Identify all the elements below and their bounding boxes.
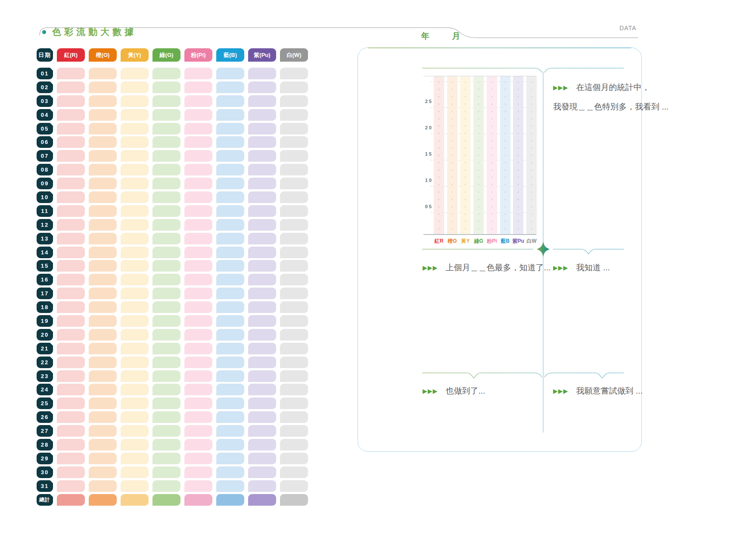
tally-cell-orange[interactable] bbox=[89, 384, 117, 395]
tally-cell-pink[interactable] bbox=[184, 288, 212, 299]
tally-cell-yellow[interactable] bbox=[121, 136, 149, 148]
tally-cell-green[interactable] bbox=[152, 178, 180, 189]
tally-cell-red[interactable] bbox=[57, 439, 85, 451]
tally-cell-orange[interactable] bbox=[89, 329, 117, 341]
tally-cell-purple[interactable] bbox=[248, 466, 276, 478]
tally-cell-yellow[interactable] bbox=[121, 425, 149, 437]
tally-cell-pink[interactable] bbox=[184, 480, 212, 492]
tally-cell-yellow[interactable] bbox=[121, 329, 149, 341]
tally-cell-purple[interactable] bbox=[248, 397, 276, 409]
tally-cell-red[interactable] bbox=[57, 357, 85, 368]
tally-cell-purple[interactable] bbox=[248, 81, 276, 93]
tally-cell-green[interactable] bbox=[152, 247, 180, 258]
tally-cell-green[interactable] bbox=[152, 301, 180, 313]
tally-cell-green[interactable] bbox=[152, 466, 180, 478]
tally-cell-blue[interactable] bbox=[216, 233, 244, 244]
tally-cell-orange[interactable] bbox=[89, 68, 117, 79]
tally-cell-orange[interactable] bbox=[89, 136, 117, 148]
tally-cell-purple[interactable] bbox=[248, 109, 276, 121]
tally-cell-white[interactable] bbox=[280, 315, 308, 327]
tally-cell-white[interactable] bbox=[280, 274, 308, 285]
tally-cell-yellow[interactable] bbox=[121, 95, 149, 107]
total-cell-orange[interactable] bbox=[89, 494, 117, 506]
tally-cell-green[interactable] bbox=[152, 453, 180, 464]
tally-cell-green[interactable] bbox=[152, 357, 180, 368]
tally-cell-blue[interactable] bbox=[216, 136, 244, 148]
tally-cell-white[interactable] bbox=[280, 453, 308, 464]
tally-cell-green[interactable] bbox=[152, 150, 180, 162]
tally-cell-pink[interactable] bbox=[184, 357, 212, 368]
tally-cell-green[interactable] bbox=[152, 136, 180, 148]
tally-cell-orange[interactable] bbox=[89, 439, 117, 451]
tally-cell-pink[interactable] bbox=[184, 260, 212, 272]
tally-cell-blue[interactable] bbox=[216, 425, 244, 437]
tally-cell-green[interactable] bbox=[152, 411, 180, 423]
tally-cell-red[interactable] bbox=[57, 288, 85, 299]
tally-cell-yellow[interactable] bbox=[121, 370, 149, 382]
tally-cell-purple[interactable] bbox=[248, 453, 276, 464]
total-cell-blue[interactable] bbox=[216, 494, 244, 506]
tally-cell-blue[interactable] bbox=[216, 370, 244, 382]
tally-cell-orange[interactable] bbox=[89, 233, 117, 244]
tally-cell-yellow[interactable] bbox=[121, 68, 149, 79]
tally-cell-yellow[interactable] bbox=[121, 260, 149, 272]
tally-cell-purple[interactable] bbox=[248, 260, 276, 272]
tally-cell-purple[interactable] bbox=[248, 164, 276, 175]
tally-cell-pink[interactable] bbox=[184, 205, 212, 217]
tally-cell-blue[interactable] bbox=[216, 343, 244, 354]
tally-cell-green[interactable] bbox=[152, 384, 180, 395]
tally-cell-purple[interactable] bbox=[248, 247, 276, 258]
tally-cell-white[interactable] bbox=[280, 425, 308, 437]
tally-cell-green[interactable] bbox=[152, 205, 180, 217]
tally-cell-blue[interactable] bbox=[216, 274, 244, 285]
tally-cell-orange[interactable] bbox=[89, 425, 117, 437]
tally-cell-blue[interactable] bbox=[216, 205, 244, 217]
tally-cell-blue[interactable] bbox=[216, 95, 244, 107]
tally-cell-blue[interactable] bbox=[216, 466, 244, 478]
tally-cell-red[interactable] bbox=[57, 425, 85, 437]
tally-cell-purple[interactable] bbox=[248, 329, 276, 341]
tally-cell-white[interactable] bbox=[280, 329, 308, 341]
tally-cell-red[interactable] bbox=[57, 95, 85, 107]
tally-cell-yellow[interactable] bbox=[121, 150, 149, 162]
tally-cell-red[interactable] bbox=[57, 480, 85, 492]
tally-cell-purple[interactable] bbox=[248, 343, 276, 354]
tally-cell-blue[interactable] bbox=[216, 329, 244, 341]
tally-cell-blue[interactable] bbox=[216, 164, 244, 175]
tally-cell-red[interactable] bbox=[57, 178, 85, 189]
tally-cell-orange[interactable] bbox=[89, 191, 117, 203]
tally-cell-yellow[interactable] bbox=[121, 219, 149, 231]
tally-cell-pink[interactable] bbox=[184, 150, 212, 162]
tally-cell-blue[interactable] bbox=[216, 109, 244, 121]
tally-cell-red[interactable] bbox=[57, 191, 85, 203]
tally-cell-white[interactable] bbox=[280, 397, 308, 409]
tally-cell-purple[interactable] bbox=[248, 191, 276, 203]
tally-cell-green[interactable] bbox=[152, 274, 180, 285]
total-cell-pink[interactable] bbox=[184, 494, 212, 506]
tally-cell-pink[interactable] bbox=[184, 178, 212, 189]
tally-cell-red[interactable] bbox=[57, 247, 85, 258]
tally-cell-orange[interactable] bbox=[89, 274, 117, 285]
tally-cell-orange[interactable] bbox=[89, 357, 117, 368]
tally-cell-red[interactable] bbox=[57, 219, 85, 231]
total-cell-purple[interactable] bbox=[248, 494, 276, 506]
tally-cell-purple[interactable] bbox=[248, 315, 276, 327]
tally-cell-red[interactable] bbox=[57, 466, 85, 478]
tally-cell-purple[interactable] bbox=[248, 205, 276, 217]
tally-cell-red[interactable] bbox=[57, 384, 85, 395]
tally-cell-red[interactable] bbox=[57, 205, 85, 217]
tally-cell-pink[interactable] bbox=[184, 466, 212, 478]
tally-cell-orange[interactable] bbox=[89, 411, 117, 423]
tally-cell-yellow[interactable] bbox=[121, 357, 149, 368]
tally-cell-orange[interactable] bbox=[89, 397, 117, 409]
tally-cell-purple[interactable] bbox=[248, 68, 276, 79]
tally-cell-red[interactable] bbox=[57, 68, 85, 79]
tally-cell-purple[interactable] bbox=[248, 439, 276, 451]
tally-cell-purple[interactable] bbox=[248, 425, 276, 437]
tally-cell-purple[interactable] bbox=[248, 123, 276, 135]
tally-cell-purple[interactable] bbox=[248, 95, 276, 107]
tally-cell-red[interactable] bbox=[57, 274, 85, 285]
tally-cell-blue[interactable] bbox=[216, 288, 244, 299]
tally-cell-pink[interactable] bbox=[184, 315, 212, 327]
tally-cell-white[interactable] bbox=[280, 136, 308, 148]
